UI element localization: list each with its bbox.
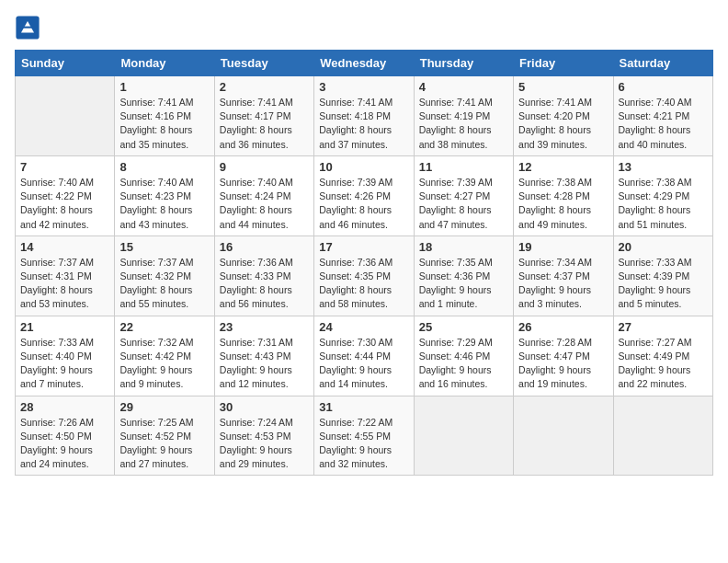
day-number: 13 <box>619 160 708 174</box>
day-cell: 11Sunrise: 7:39 AM Sunset: 4:27 PM Dayli… <box>414 155 513 236</box>
day-cell <box>514 396 613 476</box>
day-detail: Sunrise: 7:24 AM Sunset: 4:53 PM Dayligh… <box>220 416 309 472</box>
day-number: 23 <box>220 320 309 334</box>
day-detail: Sunrise: 7:41 AM Sunset: 4:20 PM Dayligh… <box>518 96 608 152</box>
day-cell: 26Sunrise: 7:28 AM Sunset: 4:47 PM Dayli… <box>514 316 613 396</box>
header-row: SundayMondayTuesdayWednesdayThursdayFrid… <box>16 51 713 76</box>
day-cell: 27Sunrise: 7:27 AM Sunset: 4:49 PM Dayli… <box>613 316 712 396</box>
col-header-wednesday: Wednesday <box>314 51 414 76</box>
day-number: 20 <box>619 240 708 254</box>
day-number: 7 <box>20 160 109 174</box>
day-detail: Sunrise: 7:25 AM Sunset: 4:52 PM Dayligh… <box>119 416 209 472</box>
day-detail: Sunrise: 7:22 AM Sunset: 4:55 PM Dayligh… <box>319 416 408 472</box>
day-detail: Sunrise: 7:33 AM Sunset: 4:40 PM Dayligh… <box>20 336 109 392</box>
day-cell: 24Sunrise: 7:30 AM Sunset: 4:44 PM Dayli… <box>314 316 414 396</box>
day-detail: Sunrise: 7:40 AM Sunset: 4:21 PM Dayligh… <box>619 96 708 152</box>
day-cell: 19Sunrise: 7:34 AM Sunset: 4:37 PM Dayli… <box>514 236 613 316</box>
day-number: 24 <box>319 320 408 334</box>
day-cell: 16Sunrise: 7:36 AM Sunset: 4:33 PM Dayli… <box>214 236 313 316</box>
day-cell: 22Sunrise: 7:32 AM Sunset: 4:42 PM Dayli… <box>115 316 214 396</box>
day-number: 1 <box>119 80 209 94</box>
day-detail: Sunrise: 7:40 AM Sunset: 4:24 PM Dayligh… <box>220 176 309 232</box>
day-cell: 10Sunrise: 7:39 AM Sunset: 4:26 PM Dayli… <box>314 155 414 236</box>
day-cell: 3Sunrise: 7:41 AM Sunset: 4:18 PM Daylig… <box>314 76 414 156</box>
day-number: 12 <box>518 160 608 174</box>
week-row-2: 7Sunrise: 7:40 AM Sunset: 4:22 PM Daylig… <box>16 155 713 236</box>
day-cell: 28Sunrise: 7:26 AM Sunset: 4:50 PM Dayli… <box>16 396 115 476</box>
day-number: 2 <box>220 80 309 94</box>
day-number: 15 <box>119 240 209 254</box>
day-cell: 15Sunrise: 7:37 AM Sunset: 4:32 PM Dayli… <box>115 236 214 316</box>
day-detail: Sunrise: 7:41 AM Sunset: 4:18 PM Dayligh… <box>319 96 408 152</box>
day-number: 22 <box>119 320 209 334</box>
day-number: 21 <box>20 320 109 334</box>
day-detail: Sunrise: 7:40 AM Sunset: 4:23 PM Dayligh… <box>119 176 209 232</box>
day-cell: 5Sunrise: 7:41 AM Sunset: 4:20 PM Daylig… <box>514 76 613 156</box>
calendar-body: 1Sunrise: 7:41 AM Sunset: 4:16 PM Daylig… <box>16 76 713 476</box>
header <box>15 15 713 40</box>
day-detail: Sunrise: 7:36 AM Sunset: 4:35 PM Dayligh… <box>319 256 408 312</box>
col-header-thursday: Thursday <box>414 51 513 76</box>
day-cell: 30Sunrise: 7:24 AM Sunset: 4:53 PM Dayli… <box>214 396 313 476</box>
day-number: 9 <box>220 160 309 174</box>
day-number: 30 <box>220 400 309 414</box>
day-cell <box>414 396 513 476</box>
day-detail: Sunrise: 7:39 AM Sunset: 4:27 PM Dayligh… <box>419 176 508 232</box>
day-number: 17 <box>319 240 408 254</box>
day-detail: Sunrise: 7:32 AM Sunset: 4:42 PM Dayligh… <box>119 336 209 392</box>
day-detail: Sunrise: 7:41 AM Sunset: 4:19 PM Dayligh… <box>419 96 508 152</box>
svg-rect-2 <box>22 27 32 29</box>
day-cell: 4Sunrise: 7:41 AM Sunset: 4:19 PM Daylig… <box>414 76 513 156</box>
day-cell: 20Sunrise: 7:33 AM Sunset: 4:39 PM Dayli… <box>613 236 712 316</box>
calendar-header: SundayMondayTuesdayWednesdayThursdayFrid… <box>16 51 713 76</box>
day-cell: 14Sunrise: 7:37 AM Sunset: 4:31 PM Dayli… <box>16 236 115 316</box>
day-cell: 7Sunrise: 7:40 AM Sunset: 4:22 PM Daylig… <box>16 155 115 236</box>
day-cell: 13Sunrise: 7:38 AM Sunset: 4:29 PM Dayli… <box>613 155 712 236</box>
day-number: 3 <box>319 80 408 94</box>
day-detail: Sunrise: 7:33 AM Sunset: 4:39 PM Dayligh… <box>619 256 708 312</box>
col-header-sunday: Sunday <box>16 51 115 76</box>
day-number: 11 <box>419 160 508 174</box>
day-number: 29 <box>119 400 209 414</box>
logo <box>15 15 44 40</box>
day-number: 25 <box>419 320 508 334</box>
day-detail: Sunrise: 7:39 AM Sunset: 4:26 PM Dayligh… <box>319 176 408 232</box>
day-detail: Sunrise: 7:41 AM Sunset: 4:17 PM Dayligh… <box>220 96 309 152</box>
day-number: 28 <box>20 400 109 414</box>
day-detail: Sunrise: 7:38 AM Sunset: 4:29 PM Dayligh… <box>619 176 708 232</box>
day-number: 27 <box>619 320 708 334</box>
day-cell: 25Sunrise: 7:29 AM Sunset: 4:46 PM Dayli… <box>414 316 513 396</box>
day-detail: Sunrise: 7:29 AM Sunset: 4:46 PM Dayligh… <box>419 336 508 392</box>
day-cell: 21Sunrise: 7:33 AM Sunset: 4:40 PM Dayli… <box>16 316 115 396</box>
day-detail: Sunrise: 7:36 AM Sunset: 4:33 PM Dayligh… <box>220 256 309 312</box>
week-row-1: 1Sunrise: 7:41 AM Sunset: 4:16 PM Daylig… <box>16 76 713 156</box>
day-cell: 2Sunrise: 7:41 AM Sunset: 4:17 PM Daylig… <box>214 76 313 156</box>
day-cell: 1Sunrise: 7:41 AM Sunset: 4:16 PM Daylig… <box>115 76 214 156</box>
day-number: 18 <box>419 240 508 254</box>
week-row-4: 21Sunrise: 7:33 AM Sunset: 4:40 PM Dayli… <box>16 316 713 396</box>
day-detail: Sunrise: 7:26 AM Sunset: 4:50 PM Dayligh… <box>20 416 109 472</box>
day-number: 8 <box>119 160 209 174</box>
day-cell: 9Sunrise: 7:40 AM Sunset: 4:24 PM Daylig… <box>214 155 313 236</box>
logo-icon <box>15 15 40 40</box>
day-number: 26 <box>518 320 608 334</box>
day-number: 16 <box>220 240 309 254</box>
day-detail: Sunrise: 7:30 AM Sunset: 4:44 PM Dayligh… <box>319 336 408 392</box>
col-header-friday: Friday <box>514 51 613 76</box>
day-number: 10 <box>319 160 408 174</box>
day-cell: 18Sunrise: 7:35 AM Sunset: 4:36 PM Dayli… <box>414 236 513 316</box>
day-cell <box>613 396 712 476</box>
day-cell: 12Sunrise: 7:38 AM Sunset: 4:28 PM Dayli… <box>514 155 613 236</box>
day-number: 6 <box>619 80 708 94</box>
day-detail: Sunrise: 7:28 AM Sunset: 4:47 PM Dayligh… <box>518 336 608 392</box>
day-detail: Sunrise: 7:37 AM Sunset: 4:32 PM Dayligh… <box>119 256 209 312</box>
day-number: 31 <box>319 400 408 414</box>
col-header-tuesday: Tuesday <box>214 51 313 76</box>
day-detail: Sunrise: 7:38 AM Sunset: 4:28 PM Dayligh… <box>518 176 608 232</box>
day-cell: 23Sunrise: 7:31 AM Sunset: 4:43 PM Dayli… <box>214 316 313 396</box>
day-detail: Sunrise: 7:40 AM Sunset: 4:22 PM Dayligh… <box>20 176 109 232</box>
day-number: 5 <box>518 80 608 94</box>
day-detail: Sunrise: 7:35 AM Sunset: 4:36 PM Dayligh… <box>419 256 508 312</box>
day-detail: Sunrise: 7:37 AM Sunset: 4:31 PM Dayligh… <box>20 256 109 312</box>
day-cell: 8Sunrise: 7:40 AM Sunset: 4:23 PM Daylig… <box>115 155 214 236</box>
